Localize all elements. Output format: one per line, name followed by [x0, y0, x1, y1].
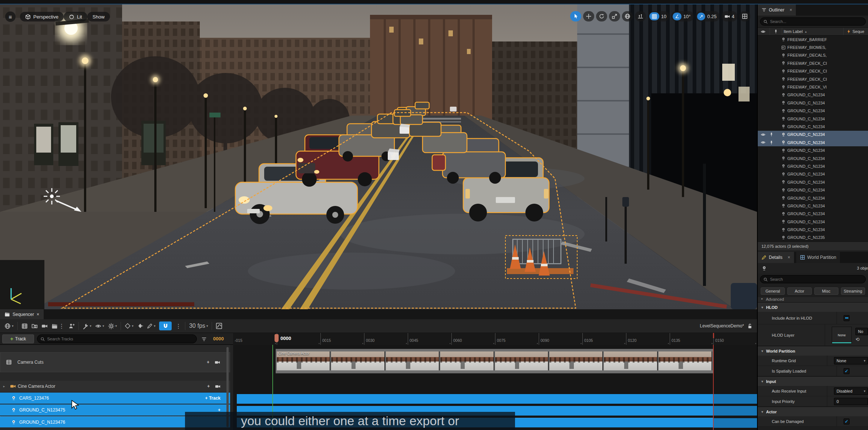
browse-sequences-button[interactable] — [31, 323, 38, 329]
unlock-icon[interactable] — [747, 323, 753, 329]
edit-mode-button[interactable]: ▾ — [147, 323, 156, 329]
close-icon[interactable]: × — [37, 312, 39, 317]
outliner-row[interactable]: FREEWAY_DECK_CI — [758, 59, 868, 67]
close-icon[interactable]: × — [788, 255, 790, 260]
runtime-grid-dropdown[interactable]: None▾ — [834, 357, 868, 364]
outliner-row[interactable]: GROUND_C_N1234 — [758, 154, 868, 162]
selected-track-row[interactable]: CARS_123476 + Track — [0, 393, 230, 404]
curve-editor-button[interactable] — [216, 323, 222, 329]
details-search[interactable] — [760, 275, 866, 283]
add-actor-button[interactable] — [68, 323, 75, 329]
scale-tool-button[interactable] — [609, 11, 620, 21]
render-movie-button[interactable]: ⋮ — [51, 323, 65, 330]
outliner-column-header[interactable]: Item Label ▲ Seque — [758, 27, 868, 36]
outliner-search-input[interactable] — [770, 19, 862, 24]
outliner-row[interactable]: GROUND_C_N1234 — [758, 202, 868, 210]
outliner-row[interactable]: GROUND_C_N1234 — [758, 178, 868, 186]
current-frame-field[interactable]: 0000 — [213, 336, 224, 341]
auto-receive-dropdown[interactable]: Disabled▾ — [834, 387, 868, 395]
keyframe-options-button[interactable]: ▾ — [125, 323, 134, 329]
perspective-button[interactable]: Perspective — [20, 12, 64, 21]
outliner-row[interactable]: FREEWAY_DECK_CI — [758, 75, 868, 83]
details-search-input[interactable] — [770, 277, 862, 281]
add-track-button[interactable]: + Track — [2, 334, 34, 343]
eye-icon[interactable] — [761, 132, 766, 137]
include-hlod-checkbox[interactable] — [844, 315, 850, 321]
section-hlod[interactable]: ▾ HLOD — [758, 302, 868, 312]
tab-outliner[interactable]: Outliner × — [758, 4, 796, 16]
lit-button[interactable]: Lit — [64, 12, 87, 21]
can-be-damaged-checkbox[interactable]: ✓ — [844, 419, 850, 424]
outliner-row[interactable]: GROUND_C_N1234 — [758, 218, 868, 226]
outliner-row[interactable]: GROUND_C_N1234 — [758, 123, 868, 130]
show-button[interactable]: Show — [87, 12, 110, 21]
outliner-row[interactable]: GROUND_C_N1234 — [758, 210, 868, 218]
input-priority-field[interactable]: 0 — [834, 398, 868, 405]
track-camera-cuts[interactable]: Camera Cuts + — [0, 352, 230, 372]
outliner-row[interactable]: GROUND_C_N1234 — [758, 131, 868, 139]
grid-snap-control[interactable]: 10 — [648, 11, 669, 21]
track-cine-camera-actor[interactable]: ▸ Cine Camera Actor + — [0, 381, 230, 392]
pin-icon[interactable] — [769, 132, 774, 137]
outliner-row[interactable]: GROUND_C_N1234 — [758, 226, 868, 233]
fps-dropdown[interactable]: 30 fps▾ — [189, 323, 208, 329]
track-search[interactable] — [37, 334, 197, 343]
outliner-row[interactable]: GROUND_C_N1234 — [758, 194, 868, 202]
filter-chip[interactable]: Streaming — [841, 287, 865, 295]
outliner-row[interactable]: GROUND_C_N1234 — [758, 91, 868, 99]
timeline-ruler[interactable]: -015001500300045006000750090010501200135… — [233, 333, 757, 345]
rotate-tool-button[interactable] — [596, 11, 607, 21]
scale-snap-control[interactable]: ↗ 0.25 — [696, 11, 720, 21]
level-viewport[interactable]: ≡ Perspective Lit Show 10 ∠ 10° ↗ 0.25 — [0, 4, 757, 309]
outliner-row[interactable]: GROUND_C_N1234 — [758, 99, 868, 107]
camera-icon[interactable] — [215, 384, 221, 389]
outliner-row[interactable]: FREEWAY_DECK_VI — [758, 83, 868, 91]
hlod-layer-dropdown[interactable]: No — [855, 328, 868, 335]
world-space-button[interactable] — [622, 11, 633, 21]
camera-speed-control[interactable]: 4 — [721, 11, 737, 21]
tab-details[interactable]: Details × — [758, 252, 794, 263]
filter-chip[interactable]: General — [761, 287, 785, 295]
view-options-button[interactable]: ▾ — [95, 323, 104, 329]
expand-icon[interactable]: ▸ — [0, 384, 8, 388]
snap-toggle-button[interactable] — [159, 321, 172, 330]
section-actor[interactable]: ▾ Actor — [758, 407, 868, 416]
outliner-search[interactable] — [760, 17, 866, 26]
select-tool-button[interactable] — [570, 11, 581, 21]
advanced-section-clipped[interactable]: ▸ Advanced — [758, 297, 868, 302]
outliner-row[interactable]: FREEWAY_BIOMES, — [758, 43, 868, 51]
track-filter-button[interactable] — [201, 336, 207, 343]
playhead-marker[interactable] — [275, 334, 279, 342]
filter-chip[interactable]: Misc — [814, 287, 838, 295]
outliner-row[interactable]: GROUND_C_N1234 — [758, 139, 868, 146]
outliner-row[interactable]: GROUND_C_N1234 — [758, 170, 868, 178]
tab-sequencer[interactable]: Sequencer × — [0, 309, 44, 319]
filter-chip[interactable]: Actor — [787, 287, 811, 295]
camera-icon[interactable] — [215, 360, 220, 365]
outliner-row[interactable]: GROUND_C_N1235 — [758, 234, 868, 241]
save-sequence-button[interactable] — [21, 323, 28, 329]
playback-options-button[interactable]: ▾ — [108, 323, 117, 329]
settings-button[interactable]: ▾ — [83, 323, 92, 329]
pin-icon[interactable] — [769, 140, 774, 145]
surface-snap-button[interactable] — [635, 11, 646, 21]
outliner-row[interactable]: GROUND_C_N1234 — [758, 186, 868, 194]
outliner-row[interactable]: FREEWAY_DECK_CI — [758, 67, 868, 75]
spatially-loaded-checkbox[interactable]: ✓ — [844, 368, 850, 374]
add-section-button[interactable]: + — [207, 384, 210, 389]
close-icon[interactable]: × — [790, 7, 792, 13]
viewport-layout-button[interactable] — [739, 11, 750, 21]
outliner-row[interactable]: GROUND_C_N1234 — [758, 162, 868, 170]
camera-button[interactable] — [41, 323, 48, 329]
rotation-snap-control[interactable]: ∠ 10° — [671, 11, 693, 21]
viewport-menu-button[interactable]: ≡ — [5, 11, 16, 22]
hlod-layer-asset-box[interactable]: None — [832, 327, 852, 344]
outliner-row[interactable]: GROUND_C_N1234 — [758, 115, 868, 123]
outliner-row[interactable]: GROUND_C_N1234 — [758, 146, 868, 154]
auto-key-button[interactable] — [137, 323, 143, 329]
item-label-column[interactable]: Item Label ▲ — [784, 29, 842, 34]
track-search-input[interactable] — [47, 337, 194, 341]
outliner-row[interactable]: FREEWAY_DECALS, — [758, 51, 868, 59]
section-world-partition[interactable]: ▾ World Partition — [758, 346, 868, 356]
outliner-row[interactable]: GROUND_C_N1234 — [758, 107, 868, 115]
